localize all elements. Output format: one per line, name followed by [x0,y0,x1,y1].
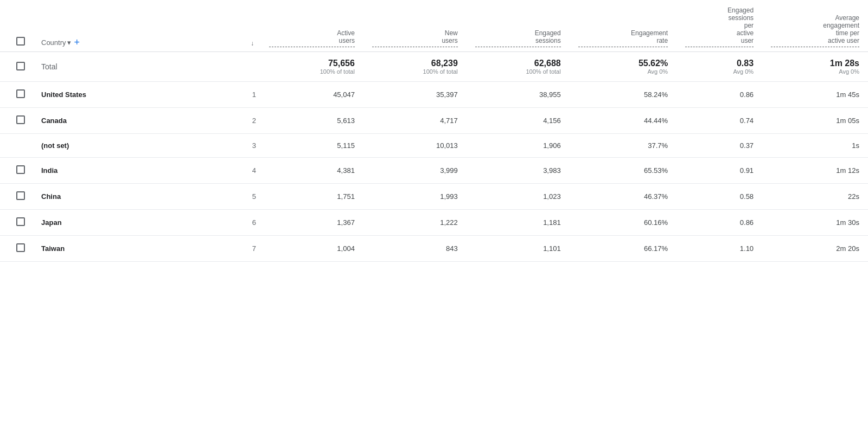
row-2-engaged-sessions-cell: 4,156 [467,108,570,134]
row-2-engaged-sessions-per-user-cell: 0.74 [676,108,762,134]
row-5-country-name[interactable]: China [41,192,61,201]
row-7-engaged-sessions-cell: 1,101 [467,236,570,262]
row-2-avg-engagement-time-cell: 1m 05s [762,108,868,134]
row-1-checkbox[interactable] [16,89,25,98]
row-4-rank-cell: 4 [233,158,260,184]
total-engagement-rate-sub: Avg 0% [578,68,668,75]
row-6-engaged-sessions-per-user-value: 0.86 [740,218,754,227]
row-4-engaged-sessions-per-user-cell: 0.91 [676,158,762,184]
total-sessions-per-user-value: 0.83 [737,59,754,68]
table-header-row: Country ▾ + ↓ Activeusers [0,0,868,52]
add-dimension-button[interactable]: + [74,37,80,47]
row-7-avg-engagement-time-cell: 2m 20s [762,236,868,262]
row-2-engaged-sessions-value: 4,156 [543,117,561,125]
country-filter-button[interactable]: Country ▾ [41,38,71,47]
row-4-engagement-rate-cell: 65.53% [570,158,676,184]
row-4-country-name[interactable]: India [41,166,58,175]
engaged-sessions-label: Engagedsessions [535,29,561,44]
avg-engagement-time-label: Averageengagementtime peractive user [823,14,859,44]
row-1-engaged-sessions-value: 38,955 [539,91,561,99]
active-users-header-inner: Activeusers [269,29,355,47]
row-4-checkbox-cell[interactable] [0,158,33,184]
header-checkbox[interactable] [16,37,25,46]
row-1-country-cell: United States [33,82,233,108]
row-3-new-users-value: 10,013 [436,141,458,150]
row-6-checkbox[interactable] [16,217,25,226]
row-4-active-users-cell: 4,381 [260,158,363,184]
sort-descending-icon[interactable]: ↓ [251,40,254,47]
engagement-rate-underline [578,47,668,47]
row-3-checkbox-cell[interactable] [0,134,33,158]
row-7-checkbox[interactable] [16,243,25,252]
avg-engagement-time-header-inner: Averageengagementtime peractive user [771,14,859,47]
row-7-country-name[interactable]: Taiwan [41,244,65,253]
row-6-new-users-cell: 1,222 [363,210,467,236]
row-1-engaged-sessions-cell: 38,955 [467,82,570,108]
row-7-rank-cell: 7 [233,236,260,262]
row-6-checkbox-cell[interactable] [0,210,33,236]
row-2-engagement-rate-value: 44.44% [644,117,668,125]
row-3-active-users-value: 5,115 [337,141,355,150]
row-4-engaged-sessions-value: 3,983 [543,166,561,175]
row-2-new-users-cell: 4,717 [363,108,467,134]
row-3-engagement-rate-cell: 37.7% [570,134,676,158]
row-7-engaged-sessions-per-user-cell: 1.10 [676,236,762,262]
total-checkbox[interactable] [16,62,25,70]
total-active-users-value: 75,656 [328,59,355,68]
row-4-country-cell: India [33,158,233,184]
total-avg-engagement-cell: 1m 28s Avg 0% [762,52,868,82]
total-checkbox-cell[interactable] [0,52,33,82]
total-rank-cell [233,52,260,82]
active-users-header: Activeusers [260,0,363,52]
row-3-engaged-sessions-cell: 1,906 [467,134,570,158]
row-4-engagement-rate-value: 65.53% [644,166,668,175]
avg-engagement-time-header: Averageengagementtime peractive user [762,0,868,52]
new-users-underline [372,47,458,47]
row-3-avg-engagement-time-value: 1s [852,141,859,150]
row-1-engaged-sessions-per-user-value: 0.86 [740,91,754,99]
table-row: United States145,04735,39738,95558.24%0.… [0,82,868,108]
row-5-engaged-sessions-per-user-cell: 0.58 [676,184,762,210]
row-2-checkbox-cell[interactable] [0,108,33,134]
new-users-header: Newusers [363,0,467,52]
row-2-rank: 2 [252,117,256,125]
total-engaged-sessions-pct: 100% of total [475,68,561,75]
row-3-country-name[interactable]: (not set) [41,141,69,150]
row-5-new-users-cell: 1,993 [363,184,467,210]
row-2-engaged-sessions-per-user-value: 0.74 [740,117,754,125]
row-7-engagement-rate-value: 66.17% [644,244,668,253]
row-2-checkbox[interactable] [16,115,25,124]
select-all-header[interactable] [0,0,33,52]
row-5-engaged-sessions-per-user-value: 0.58 [740,192,754,201]
active-users-label: Activeusers [337,29,355,44]
row-3-country-cell: (not set) [33,134,233,158]
engaged-sessions-header: Engagedsessions [467,0,570,52]
row-1-active-users-cell: 45,047 [260,82,363,108]
row-7-new-users-cell: 843 [363,236,467,262]
table-row: China51,7511,9931,02346.37%0.5822s [0,184,868,210]
row-6-rank-cell: 6 [233,210,260,236]
table-row: India44,3813,9993,98365.53%0.911m 12s [0,158,868,184]
total-avg-engagement-value: 1m 28s [830,59,859,68]
row-1-checkbox-cell[interactable] [0,82,33,108]
row-5-checkbox-cell[interactable] [0,184,33,210]
row-2-country-name[interactable]: Canada [41,117,67,125]
row-6-engagement-rate-value: 60.16% [644,218,668,227]
total-new-users-value: 68,239 [431,59,458,68]
row-6-engaged-sessions-value: 1,181 [543,218,561,227]
row-1-country-name[interactable]: United States [41,91,86,99]
row-7-checkbox-cell[interactable] [0,236,33,262]
row-6-country-name[interactable]: Japan [41,218,62,227]
total-sessions-per-user-cell: 0.83 Avg 0% [676,52,762,82]
row-3-engaged-sessions-per-user-value: 0.37 [740,141,754,150]
row-7-active-users-value: 1,004 [337,244,355,253]
row-4-engaged-sessions-per-user-value: 0.91 [740,166,754,175]
new-users-header-inner: Newusers [372,29,458,47]
row-1-new-users-value: 35,397 [436,91,458,99]
row-1-rank: 1 [252,91,256,99]
row-7-active-users-cell: 1,004 [260,236,363,262]
row-3-active-users-cell: 5,115 [260,134,363,158]
row-6-active-users-value: 1,367 [337,218,355,227]
row-5-checkbox[interactable] [16,191,25,200]
row-4-checkbox[interactable] [16,165,25,174]
